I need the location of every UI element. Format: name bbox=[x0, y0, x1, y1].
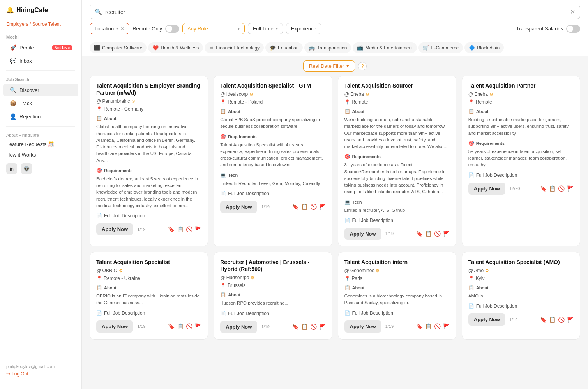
location-text-job-5: Remote - Ukraine bbox=[104, 276, 140, 281]
cat-pill-financial-technology[interactable]: 🖥Financial Technology bbox=[205, 42, 264, 53]
jobs-grid: Talent Acquisition & Employer Branding P… bbox=[90, 76, 580, 340]
flag-icon-job-3[interactable]: 🚩 bbox=[443, 231, 450, 237]
remote-only-toggle[interactable] bbox=[165, 25, 179, 33]
rejection-label: Rejection bbox=[19, 114, 41, 120]
employers-link[interactable]: Employers / Source Talent bbox=[0, 20, 81, 32]
apply-button-job-6[interactable]: Apply Now bbox=[220, 321, 257, 333]
apply-button-job-5[interactable]: Apply Now bbox=[96, 320, 133, 333]
cat-pill-health-wellness[interactable]: ❤️Health & Wellness bbox=[148, 42, 203, 53]
experience-filter[interactable]: Experience bbox=[286, 23, 321, 34]
full-time-filter[interactable]: Full Time ▾ bbox=[248, 23, 283, 34]
job-card-job-5: Talent Acquisition Specialist @ OBRIO ⚙ … bbox=[90, 252, 208, 340]
linkedin-icon[interactable]: in bbox=[6, 163, 17, 174]
help-icon[interactable]: ? bbox=[358, 62, 367, 70]
job-location-job-6: 📍 Brussels bbox=[220, 283, 325, 288]
save-icon-job-3[interactable]: 🔖 bbox=[416, 231, 423, 237]
full-job-desc-link-job-2[interactable]: 📄 Full Job Description bbox=[220, 191, 325, 196]
about-icon-job-8: 📋 bbox=[468, 285, 474, 290]
search-input[interactable] bbox=[105, 9, 567, 15]
copy-icon-job-1[interactable]: 📋 bbox=[177, 226, 184, 232]
save-icon-job-6[interactable]: 🔖 bbox=[292, 324, 299, 330]
apply-button-job-8[interactable]: Apply Now bbox=[468, 313, 505, 326]
apply-button-job-7[interactable]: Apply Now bbox=[344, 320, 381, 333]
hide-icon-job-5[interactable]: 🚫 bbox=[186, 323, 192, 329]
flag-icon-job-7[interactable]: 🚩 bbox=[443, 323, 450, 329]
flag-icon-job-8[interactable]: 🚩 bbox=[567, 317, 574, 323]
save-icon-job-4[interactable]: 🔖 bbox=[540, 185, 547, 192]
search-box: 🔍 ✕ bbox=[90, 5, 580, 19]
save-icon-job-8[interactable]: 🔖 bbox=[540, 317, 547, 323]
copy-icon-job-5[interactable]: 📋 bbox=[177, 323, 184, 329]
cat-icon-health-wellness: ❤️ bbox=[152, 45, 159, 51]
flag-icon-job-4[interactable]: 🚩 bbox=[567, 185, 574, 192]
full-job-desc-link-job-1[interactable]: 📄 Full Job Description bbox=[96, 213, 201, 218]
sidebar-item-discover[interactable]: 🔍 Discover bbox=[3, 84, 78, 96]
cat-label-computer-software: Computer Software bbox=[102, 45, 142, 51]
cat-pill-blockchain[interactable]: 🔷Blockchain bbox=[464, 42, 504, 53]
save-icon-job-5[interactable]: 🔖 bbox=[168, 323, 175, 329]
verified-icon-job-5: ⚙ bbox=[119, 268, 123, 273]
flag-icon-job-5[interactable]: 🚩 bbox=[195, 323, 201, 329]
hide-icon-job-6[interactable]: 🚫 bbox=[310, 324, 317, 330]
full-job-desc-link-job-5[interactable]: 📄 Full Job Description bbox=[96, 310, 201, 316]
hide-icon-job-4[interactable]: 🚫 bbox=[558, 185, 565, 192]
tech-label-job-3: 💻 Tech bbox=[344, 199, 450, 205]
flag-icon-job-6[interactable]: 🚩 bbox=[319, 324, 326, 330]
sidebar-item-profile[interactable]: 🚀 Profile Not Live bbox=[3, 41, 78, 54]
flag-icon-job-1[interactable]: 🚩 bbox=[195, 226, 201, 232]
copy-icon-job-6[interactable]: 📋 bbox=[301, 324, 308, 330]
doc-icon-job-2: 📄 bbox=[220, 191, 226, 196]
apply-button-job-4[interactable]: Apply Now bbox=[468, 183, 505, 195]
location-filter[interactable]: Location ▾ ✕ bbox=[90, 23, 129, 34]
copy-icon-job-8[interactable]: 📋 bbox=[549, 317, 556, 323]
full-job-desc-link-job-7[interactable]: 📄 Full Job Description bbox=[344, 310, 450, 316]
hide-icon-job-3[interactable]: 🚫 bbox=[434, 231, 441, 237]
action-icons-job-3: 🔖 📋 🚫 🚩 bbox=[416, 231, 450, 237]
reddit-icon[interactable]: 👽 bbox=[21, 163, 32, 174]
sidebar-item-rejection[interactable]: 👤 Rejection bbox=[3, 110, 78, 123]
copy-icon-job-3[interactable]: 📋 bbox=[425, 231, 432, 237]
logout-button[interactable]: ↪ Log Out bbox=[6, 371, 75, 377]
copy-icon-job-4[interactable]: 📋 bbox=[549, 185, 556, 192]
apply-button-job-3[interactable]: Apply Now bbox=[344, 228, 381, 240]
sidebar-item-inbox[interactable]: 💬 Inbox bbox=[3, 55, 78, 67]
location-text-job-1: Remote - Germany bbox=[104, 106, 143, 112]
full-job-desc-link-job-6[interactable]: 📄 Full Job Description bbox=[220, 311, 325, 316]
feature-requests-link[interactable]: Feature Requests 🎊 bbox=[0, 139, 81, 150]
about-label-text-job-6: About bbox=[228, 292, 240, 297]
jobs-area: Talent Acquisition & Employer Branding P… bbox=[82, 76, 588, 389]
cat-pill-education[interactable]: 🎓Education bbox=[265, 42, 303, 53]
search-clear-button[interactable]: ✕ bbox=[570, 8, 575, 16]
about-text-job-3: We're building an open, safe and sustain… bbox=[344, 116, 450, 150]
full-job-desc-link-job-4[interactable]: 📄 Full Job Description bbox=[468, 172, 574, 178]
cat-pill-e-commerce[interactable]: 🛒E-Commerce bbox=[418, 42, 463, 53]
apply-button-job-1[interactable]: Apply Now bbox=[96, 223, 133, 235]
how-it-works-link[interactable]: How it Works bbox=[0, 150, 81, 160]
action-icons-job-8: 🔖 📋 🚫 🚩 bbox=[540, 317, 574, 323]
cat-pill-computer-software[interactable]: ⬛Computer Software bbox=[90, 42, 147, 53]
cat-pill-transportation[interactable]: 🚌Transportation bbox=[304, 42, 351, 53]
apply-button-job-2[interactable]: Apply Now bbox=[220, 201, 257, 213]
any-role-select[interactable]: Any Role ▾ bbox=[182, 23, 245, 34]
copy-icon-job-2[interactable]: 📋 bbox=[301, 204, 308, 210]
hide-icon-job-1[interactable]: 🚫 bbox=[186, 226, 192, 232]
save-icon-job-2[interactable]: 🔖 bbox=[292, 204, 299, 210]
copy-icon-job-7[interactable]: 📋 bbox=[425, 323, 432, 329]
save-icon-job-7[interactable]: 🔖 bbox=[416, 323, 423, 329]
sidebar-item-track[interactable]: 📦 Track bbox=[3, 97, 78, 109]
about-label-text-job-4: About bbox=[476, 109, 489, 114]
hide-icon-job-8[interactable]: 🚫 bbox=[558, 317, 565, 323]
about-text-job-8: AMO is... bbox=[468, 293, 574, 299]
flag-icon-job-2[interactable]: 🚩 bbox=[319, 204, 326, 210]
date-filter-button[interactable]: Real Date Filter ▾ bbox=[303, 60, 355, 72]
job-card-job-3: Talent Acquisition Sourcer @ Eneba ⚙ 📍 R… bbox=[338, 76, 456, 246]
full-job-desc-link-job-8[interactable]: 📄 Full Job Description bbox=[468, 303, 574, 309]
location-clear-icon[interactable]: ✕ bbox=[120, 26, 124, 32]
job-card-job-6: Recruiter | Automotive | Brussels - Hybr… bbox=[214, 252, 332, 340]
transparent-salaries-toggle[interactable] bbox=[566, 25, 580, 33]
hide-icon-job-7[interactable]: 🚫 bbox=[434, 323, 441, 329]
cat-pill-media-entertainment[interactable]: 📺Media & Entertainment bbox=[353, 42, 417, 53]
full-job-desc-link-job-3[interactable]: 📄 Full Job Description bbox=[344, 218, 450, 223]
save-icon-job-1[interactable]: 🔖 bbox=[168, 226, 175, 232]
hide-icon-job-2[interactable]: 🚫 bbox=[310, 204, 317, 210]
